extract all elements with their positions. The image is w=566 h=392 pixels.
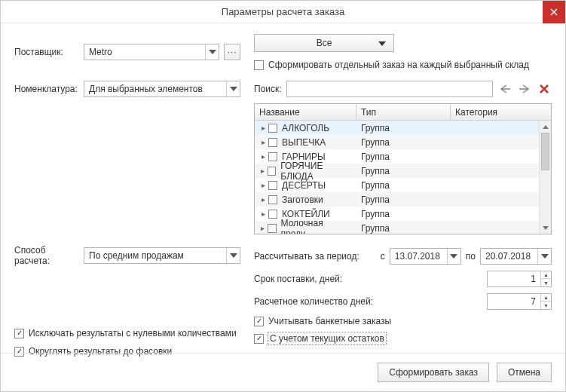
- method-combo[interactable]: По средним продажам: [84, 247, 240, 264]
- calc-days-value: 7: [488, 296, 540, 307]
- row-checkbox[interactable]: [268, 195, 277, 204]
- scroll-down-button[interactable]: [540, 222, 551, 234]
- row-checkbox[interactable]: [268, 167, 276, 176]
- row-type: Группа: [356, 135, 451, 149]
- search-prev-button[interactable]: [497, 81, 512, 96]
- warehouse-filter-dropdown[interactable]: Все: [254, 34, 394, 52]
- row-name: ВЫПЕЧКА: [282, 137, 326, 148]
- calc-days-input[interactable]: 7 ▲ ▼: [487, 293, 552, 310]
- period-to-label: по: [466, 251, 476, 262]
- column-header-type[interactable]: Тип: [356, 104, 451, 120]
- chevron-down-icon[interactable]: [226, 81, 240, 96]
- row-category: [451, 135, 551, 149]
- row-checkbox[interactable]: [268, 181, 277, 190]
- row-type: Группа: [356, 178, 451, 192]
- separate-order-label: Сформировать отдельный заказ на каждый в…: [268, 60, 529, 70]
- spinner-down-button[interactable]: ▼: [541, 302, 551, 310]
- search-clear-button[interactable]: [537, 81, 552, 96]
- nomenclature-combo[interactable]: Для выбранных элементов: [84, 81, 240, 97]
- spinner-up-button[interactable]: ▲: [541, 293, 551, 302]
- delivery-days-row: Срок поставки, дней: 1 ▲ ▼: [254, 271, 552, 287]
- row-name: ДЕСЕРТЫ: [282, 180, 326, 191]
- supplier-label: Поставщик:: [14, 47, 79, 57]
- chevron-down-icon[interactable]: [226, 248, 240, 263]
- remains-checkbox[interactable]: С учетом текущих остатков: [254, 332, 552, 345]
- scroll-thumb[interactable]: [541, 133, 549, 170]
- separate-order-checkbox[interactable]: Сформировать отдельный заказ на каждый в…: [254, 60, 552, 70]
- exclude-zero-checkbox[interactable]: Исключать результаты с нулевыми количест…: [14, 328, 237, 338]
- row-type: Группа: [356, 121, 451, 135]
- tree-expand-icon[interactable]: ▸: [259, 181, 267, 189]
- date-from-input[interactable]: 13.07.2018: [390, 248, 461, 265]
- row-checkbox[interactable]: [268, 124, 277, 133]
- date-to-value: 20.07.2018: [481, 251, 537, 262]
- row-name: Молочная проду...: [281, 218, 351, 234]
- column-header-name[interactable]: Название: [255, 104, 356, 120]
- row-category: [451, 207, 551, 221]
- exclude-zero-label: Исключать результаты с нулевыми количест…: [29, 328, 237, 338]
- spinner-down-button[interactable]: ▼: [541, 279, 551, 287]
- period-row: Рассчитывать за период: с 13.07.2018 по …: [254, 248, 552, 265]
- remains-label: С учетом текущих остатков: [268, 332, 386, 345]
- close-icon: [549, 8, 558, 17]
- supplier-row: Поставщик: Metro ···: [14, 34, 240, 70]
- row-checkbox[interactable]: [268, 210, 277, 219]
- nomenclature-label: Номенклатура:: [14, 84, 79, 94]
- spinner-up-button[interactable]: ▲: [541, 271, 551, 279]
- tree-expand-icon[interactable]: ▸: [259, 224, 266, 232]
- row-type: Группа: [356, 207, 451, 221]
- tree-expand-icon[interactable]: ▸: [259, 124, 267, 132]
- supplier-browse-button[interactable]: ···: [224, 44, 240, 60]
- close-button[interactable]: [543, 1, 565, 23]
- delivery-days-value: 1: [488, 274, 540, 284]
- table-row[interactable]: ▸ДЕСЕРТЫГруппа: [255, 178, 551, 192]
- method-value: По средним продажам: [84, 250, 226, 261]
- banquet-checkbox[interactable]: Учитывать банкетные заказы: [254, 316, 552, 326]
- cancel-button[interactable]: Отмена: [497, 363, 552, 382]
- date-to-input[interactable]: 20.07.2018: [480, 248, 552, 265]
- calc-days-label: Расчетное количество дней:: [254, 296, 479, 307]
- nomenclature-grid: Название Тип Категория ▸АЛКОГОЛЬГруппа▸В…: [254, 103, 552, 234]
- method-label: Способ расчета:: [14, 245, 79, 266]
- supplier-combo[interactable]: Metro: [84, 44, 219, 60]
- row-checkbox[interactable]: [268, 138, 277, 147]
- method-row: Способ расчета: По средним продажам: [14, 245, 240, 266]
- tree-expand-icon[interactable]: ▸: [259, 210, 267, 218]
- table-row[interactable]: ▸ЗаготовкиГруппа: [255, 192, 551, 207]
- tree-expand-icon[interactable]: ▸: [259, 152, 267, 161]
- search-input[interactable]: [286, 81, 493, 97]
- row-checkbox[interactable]: [268, 224, 276, 233]
- row-category: [451, 149, 551, 164]
- tree-expand-icon[interactable]: ▸: [259, 138, 267, 146]
- row-type: Группа: [356, 221, 451, 234]
- tree-expand-icon[interactable]: ▸: [259, 167, 266, 175]
- window-title: Параметры расчета заказа: [222, 6, 344, 17]
- banquet-label: Учитывать банкетные заказы: [268, 316, 391, 326]
- delivery-days-input[interactable]: 1 ▲ ▼: [487, 271, 552, 287]
- column-header-category[interactable]: Категория: [451, 104, 551, 120]
- tree-expand-icon[interactable]: ▸: [259, 195, 267, 204]
- supplier-value: Metro: [84, 47, 205, 57]
- scroll-up-button[interactable]: [540, 121, 551, 133]
- row-name: АЛКОГОЛЬ: [282, 123, 329, 133]
- table-row[interactable]: ▸АЛКОГОЛЬГруппа: [255, 121, 551, 135]
- row-type: Группа: [356, 192, 451, 207]
- grid-scrollbar[interactable]: [539, 121, 551, 234]
- chevron-down-icon[interactable]: [447, 249, 460, 264]
- chevron-down-icon[interactable]: [205, 44, 219, 60]
- search-label: Поиск:: [254, 84, 282, 94]
- row-type: Группа: [356, 149, 451, 164]
- x-icon: [539, 84, 549, 94]
- search-next-button[interactable]: [517, 81, 532, 96]
- table-row[interactable]: ▸Молочная проду...Группа: [255, 221, 551, 234]
- table-row[interactable]: ▸ВЫПЕЧКАГруппа: [255, 135, 551, 149]
- table-row[interactable]: ▸ГОРЯЧИЕ БЛЮДАГруппа: [255, 164, 551, 178]
- warehouse-filter-value: Все: [317, 38, 332, 48]
- arrow-right-icon: [519, 84, 531, 93]
- chevron-down-icon[interactable]: [537, 249, 551, 264]
- row-checkbox[interactable]: [268, 152, 277, 161]
- period-from-label: с: [381, 251, 385, 262]
- nomenclature-row: Номенклатура: Для выбранных элементов: [14, 81, 240, 97]
- submit-button[interactable]: Сформировать заказ: [378, 363, 489, 382]
- date-from-value: 13.07.2018: [390, 251, 447, 262]
